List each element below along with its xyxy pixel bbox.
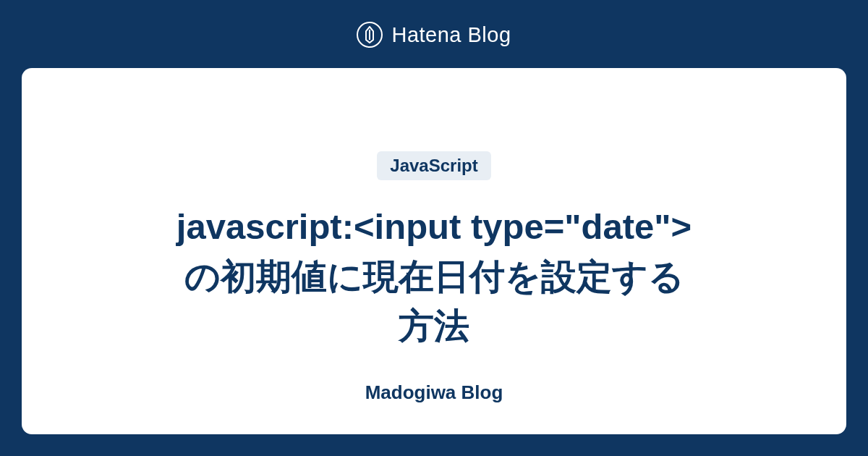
platform-header: Hatena Blog	[357, 22, 511, 48]
platform-name: Hatena Blog	[391, 23, 511, 47]
hatena-logo-icon	[357, 22, 383, 48]
blog-name: Madogiwa Blog	[365, 381, 503, 404]
article-card: JavaScript javascript:<input type="date"…	[22, 68, 846, 434]
category-tag: JavaScript	[377, 151, 490, 180]
article-title: javascript:<input type="date">の初期値に現在日付を…	[174, 202, 694, 351]
